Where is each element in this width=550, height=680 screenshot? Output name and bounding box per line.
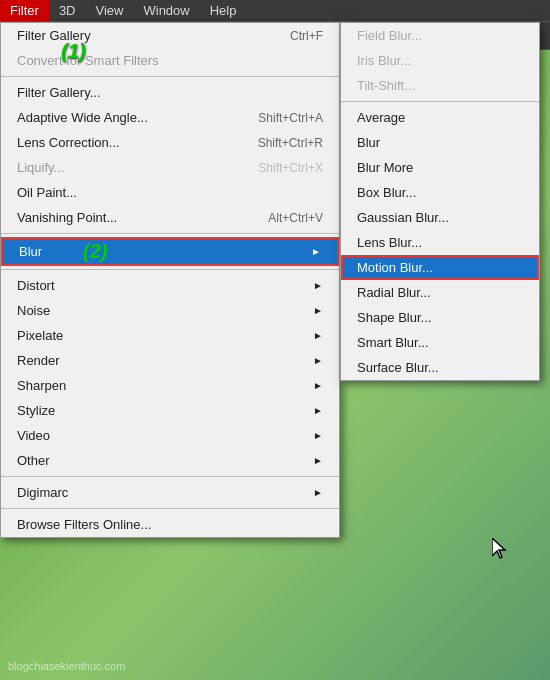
- menubar: Filter 3D View Window Help: [0, 0, 550, 22]
- render-arrow: ►: [313, 355, 323, 366]
- menu-item-stylize[interactable]: Stylize ►: [1, 398, 339, 423]
- stylize-arrow: ►: [313, 405, 323, 416]
- submenu-item-radial-blur[interactable]: Radial Blur...: [341, 280, 539, 305]
- menu-item-video[interactable]: Video ►: [1, 423, 339, 448]
- menu-item-oil-paint[interactable]: Oil Paint...: [1, 180, 339, 205]
- menu-item-render[interactable]: Render ►: [1, 348, 339, 373]
- menubar-help[interactable]: Help: [200, 0, 247, 21]
- menu-item-browse-filters[interactable]: Browse Filters Online...: [1, 512, 339, 537]
- menu-item-filter-gallery-2[interactable]: Filter Gallery...: [1, 80, 339, 105]
- menubar-window[interactable]: Window: [133, 0, 199, 21]
- separator-5: [1, 508, 339, 509]
- menu-item-digimarc[interactable]: Digimarc ►: [1, 480, 339, 505]
- submenu-item-iris-blur: Iris Blur...: [341, 48, 539, 73]
- submenu-item-average[interactable]: Average: [341, 105, 539, 130]
- filter-dropdown: Filter Gallery Ctrl+F (1) Convert for Sm…: [0, 22, 340, 538]
- menu-item-vanishing-point[interactable]: Vanishing Point... Alt+Ctrl+V: [1, 205, 339, 230]
- annotation-2: (2): [83, 240, 107, 263]
- noise-arrow: ►: [313, 305, 323, 316]
- menu-item-liquify: Liquify... Shift+Ctrl+X: [1, 155, 339, 180]
- separator-3: [1, 269, 339, 270]
- submenu-item-gaussian-blur[interactable]: Gaussian Blur...: [341, 205, 539, 230]
- other-arrow: ►: [313, 455, 323, 466]
- blur-submenu: Field Blur... Iris Blur... Tilt-Shift...…: [340, 22, 540, 381]
- submenu-item-blur[interactable]: Blur: [341, 130, 539, 155]
- submenu-item-shape-blur[interactable]: Shape Blur...: [341, 305, 539, 330]
- submenu-item-box-blur[interactable]: Box Blur...: [341, 180, 539, 205]
- video-arrow: ►: [313, 430, 323, 441]
- submenu-item-lens-blur[interactable]: Lens Blur...: [341, 230, 539, 255]
- submenu-separator-1: [341, 101, 539, 102]
- menu-item-lens-correction[interactable]: Lens Correction... Shift+Ctrl+R: [1, 130, 339, 155]
- annotation-1: (1): [61, 40, 85, 63]
- menu-item-pixelate[interactable]: Pixelate ►: [1, 323, 339, 348]
- sharpen-arrow: ►: [313, 380, 323, 391]
- pixelate-arrow: ►: [313, 330, 323, 341]
- separator-2: [1, 233, 339, 234]
- submenu-item-motion-blur[interactable]: Motion Blur... (3): [341, 255, 539, 280]
- separator-1: [1, 76, 339, 77]
- submenu-item-smart-blur[interactable]: Smart Blur...: [341, 330, 539, 355]
- menu-item-noise[interactable]: Noise ►: [1, 298, 339, 323]
- submenu-item-tilt-shift: Tilt-Shift...: [341, 73, 539, 98]
- menu-item-sharpen[interactable]: Sharpen ►: [1, 373, 339, 398]
- menu-item-convert-smart: Convert for Smart Filters: [1, 48, 339, 73]
- digimarc-arrow: ►: [313, 487, 323, 498]
- menu-item-distort[interactable]: Distort ►: [1, 273, 339, 298]
- menu-item-blur[interactable]: Blur (2) ►: [1, 237, 339, 266]
- watermark: blogchiasekienthuc.com: [8, 660, 125, 672]
- submenu-item-field-blur: Field Blur...: [341, 23, 539, 48]
- submenu-item-surface-blur[interactable]: Surface Blur...: [341, 355, 539, 380]
- menubar-3d[interactable]: 3D: [49, 0, 86, 21]
- blur-submenu-arrow: ►: [311, 246, 321, 257]
- separator-4: [1, 476, 339, 477]
- menu-item-adaptive-wide-angle[interactable]: Adaptive Wide Angle... Shift+Ctrl+A: [1, 105, 339, 130]
- distort-arrow: ►: [313, 280, 323, 291]
- menu-item-other[interactable]: Other ►: [1, 448, 339, 473]
- menu-item-filter-gallery[interactable]: Filter Gallery Ctrl+F: [1, 23, 339, 48]
- menubar-view[interactable]: View: [86, 0, 134, 21]
- menubar-filter[interactable]: Filter: [0, 0, 49, 21]
- submenu-item-blur-more[interactable]: Blur More: [341, 155, 539, 180]
